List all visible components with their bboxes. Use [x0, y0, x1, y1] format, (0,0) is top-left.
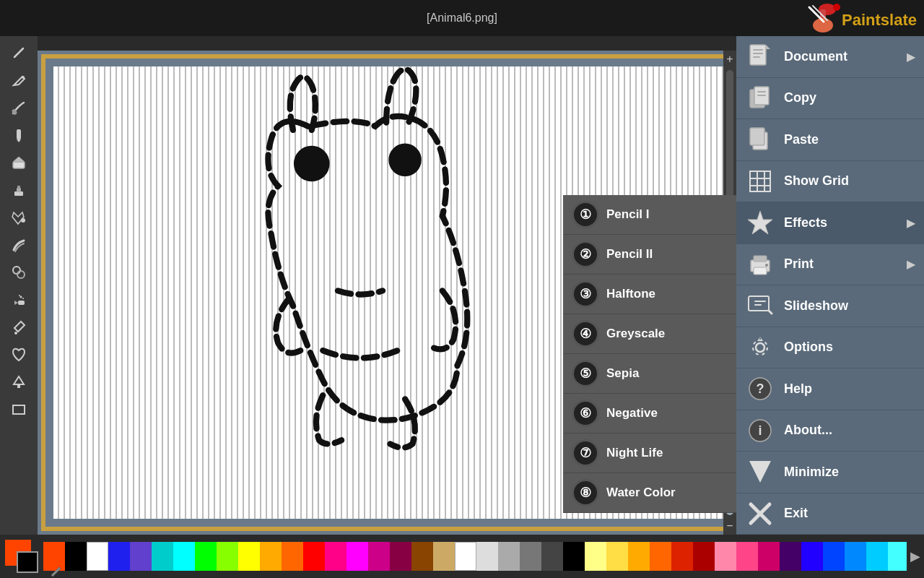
color-swatch[interactable]: [238, 542, 260, 571]
color-swatch[interactable]: [888, 542, 907, 571]
color-swatch[interactable]: [671, 542, 693, 571]
effect-pencil1[interactable]: ① Pencil I: [563, 195, 736, 235]
color-swatch[interactable]: [303, 542, 325, 571]
menu-item-effects[interactable]: Effects ▶: [736, 202, 924, 244]
color-swatch[interactable]: [541, 542, 563, 571]
svg-rect-38: [757, 95, 766, 96]
clone-tool[interactable]: [4, 259, 33, 285]
menu-item-about[interactable]: i About...: [736, 410, 924, 452]
pencil-tool[interactable]: [4, 40, 33, 66]
color-swatch[interactable]: [260, 542, 282, 571]
fill-tool[interactable]: [4, 204, 33, 230]
svg-point-51: [765, 264, 768, 267]
color-swatch[interactable]: [823, 542, 845, 571]
menu-item-exit[interactable]: Exit: [736, 493, 924, 535]
slideshow-label: Slideshow: [784, 298, 915, 314]
menu-item-copy[interactable]: Copy: [736, 78, 924, 120]
svg-line-6: [14, 48, 23, 57]
color-swatch[interactable]: [368, 542, 390, 571]
color-swatch[interactable]: [650, 542, 671, 571]
color-swatch[interactable]: [282, 542, 303, 571]
effect-number-3: ③: [572, 280, 599, 308]
marker-tool[interactable]: [4, 122, 33, 148]
palette-next[interactable]: ▶: [910, 548, 920, 564]
effect-sepia[interactable]: ⑤ Sepia: [563, 354, 736, 394]
scroll-down-button[interactable]: −: [724, 517, 735, 535]
svg-point-3: [833, 4, 840, 11]
color-swatch[interactable]: [130, 542, 152, 571]
color-swatch[interactable]: [520, 542, 541, 571]
effect-nightlife[interactable]: ⑦ Night Life: [563, 434, 736, 473]
color-swatch[interactable]: [498, 542, 520, 571]
effect-watercolor[interactable]: ⑧ Water Color: [563, 473, 736, 513]
dropper-tool[interactable]: [4, 314, 33, 340]
effect-pencil1-label: Pencil I: [606, 207, 650, 222]
color-swatch[interactable]: [801, 542, 823, 571]
brush-tool[interactable]: [4, 95, 33, 121]
color-swatch[interactable]: [780, 542, 801, 571]
menu-item-minimize[interactable]: Minimize: [736, 452, 924, 493]
svg-rect-26: [17, 384, 20, 388]
color-swatch[interactable]: [173, 542, 195, 571]
color-swatch[interactable]: [476, 542, 498, 571]
menu-item-options[interactable]: Options: [736, 327, 924, 369]
help-label: Help: [784, 381, 915, 397]
dropper-small[interactable]: [38, 564, 74, 578]
color-swatch[interactable]: [715, 542, 736, 571]
color-swatch[interactable]: [693, 542, 715, 571]
svg-point-17: [21, 218, 25, 223]
color-swatch[interactable]: [736, 542, 758, 571]
menu-item-show-grid[interactable]: Show Grid: [736, 161, 924, 203]
svg-point-56: [756, 343, 764, 352]
paste-icon: [745, 124, 775, 155]
color-swatch[interactable]: [606, 542, 628, 571]
color-swatch[interactable]: [433, 542, 455, 571]
color-swatch[interactable]: [845, 542, 866, 571]
background-color[interactable]: [17, 551, 38, 573]
stamp-tool[interactable]: [4, 177, 33, 203]
copy-label: Copy: [784, 90, 915, 105]
effect-negative[interactable]: ⑥ Negative: [563, 394, 736, 434]
color-swatch[interactable]: [87, 542, 108, 571]
tree-tool[interactable]: [4, 369, 33, 395]
rectangle-tool[interactable]: [4, 397, 33, 423]
color-swatch[interactable]: [217, 542, 238, 571]
color-swatch[interactable]: [455, 542, 476, 571]
menu-item-help[interactable]: ? Help: [736, 368, 924, 410]
file-title: [Animal6.png]: [427, 12, 497, 25]
svg-point-22: [22, 298, 24, 299]
pen-tool[interactable]: [4, 67, 33, 93]
effect-greyscale[interactable]: ④ Greyscale: [563, 314, 736, 354]
menu-item-paste[interactable]: Paste: [736, 119, 924, 161]
heart-tool[interactable]: [4, 342, 33, 368]
color-swatch[interactable]: [325, 542, 346, 571]
color-swatch[interactable]: [628, 542, 650, 571]
effect-halftone[interactable]: ③ Halftone: [563, 275, 736, 314]
color-swatch[interactable]: [758, 542, 780, 571]
effect-number-8: ⑧: [572, 479, 599, 506]
color-swatch[interactable]: [411, 542, 433, 571]
color-swatch[interactable]: [563, 542, 585, 571]
smudge-tool[interactable]: [4, 232, 33, 258]
color-swatch[interactable]: [390, 542, 411, 571]
color-swatch[interactable]: [195, 542, 217, 571]
color-swatch[interactable]: [152, 542, 173, 571]
scroll-up-button[interactable]: +: [724, 51, 735, 68]
menu-item-print[interactable]: Print ▶: [736, 244, 924, 286]
svg-point-21: [20, 296, 22, 298]
logo-text: Paintslate: [842, 11, 917, 30]
svg-rect-50: [754, 267, 767, 275]
effect-pencil2[interactable]: ② Pencil II: [563, 235, 736, 275]
svg-rect-30: [750, 45, 766, 65]
color-swatch[interactable]: [346, 542, 368, 571]
color-swatch[interactable]: [585, 542, 606, 571]
help-icon: ?: [745, 374, 775, 404]
svg-rect-20: [18, 301, 25, 305]
color-swatch[interactable]: [866, 542, 888, 571]
menu-item-slideshow[interactable]: Slideshow: [736, 285, 924, 327]
color-swatch[interactable]: [108, 542, 130, 571]
airbrush-tool[interactable]: [4, 287, 33, 313]
eraser-tool[interactable]: [4, 150, 33, 176]
document-icon: [745, 41, 775, 72]
menu-item-document[interactable]: Document ▶: [736, 36, 924, 78]
